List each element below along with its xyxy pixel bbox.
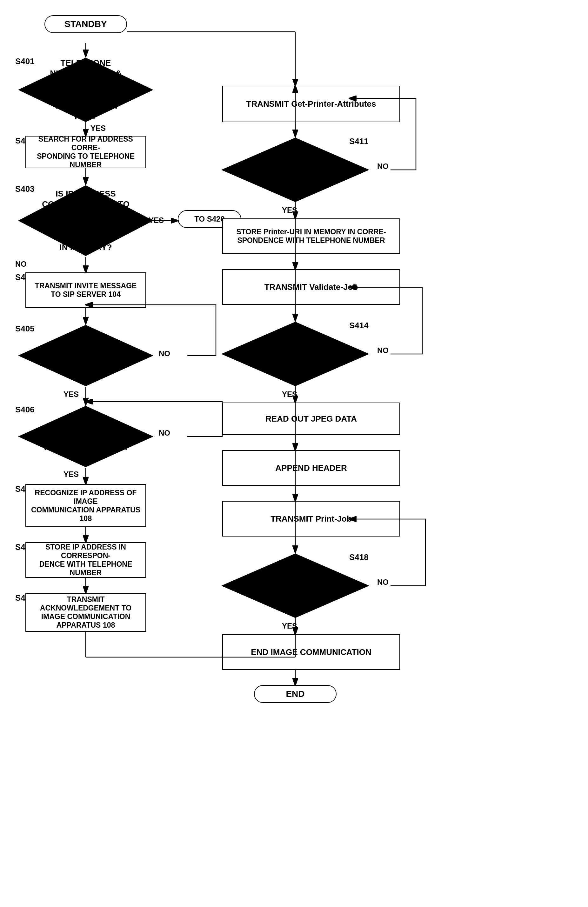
process-s404: TRANSMIT INVITE MESSAGETO SIP SERVER 104 bbox=[26, 272, 146, 308]
decision-s414: Validate-JobResponseRECEIVED? bbox=[219, 320, 372, 387]
yes-s405: YES bbox=[64, 390, 79, 399]
decision-s401: TELEPHONENUMBER INPUT &DEPRESSIONOF IMAG… bbox=[16, 56, 155, 123]
decision-s401-text: TELEPHONENUMBER INPUT &DEPRESSIONOF IMAG… bbox=[41, 58, 130, 122]
no-s403: NO bbox=[15, 260, 27, 269]
yes-s403: YES bbox=[149, 216, 164, 225]
decision-s405: "RINGING" RECEIVEDVIA SIP SERVER 104? bbox=[16, 324, 155, 387]
yes-s414: YES bbox=[282, 390, 297, 399]
process-s407: RECOGNIZE IP ADDRESS OF IMAGECOMMUNICATI… bbox=[26, 484, 146, 527]
process-s416: APPEND HEADER bbox=[222, 450, 400, 486]
yes-s406: YES bbox=[64, 470, 79, 479]
process-s415: READ OUT JPEG DATA bbox=[222, 402, 400, 435]
yes-s401: YES bbox=[90, 124, 106, 133]
decision-s403: IS IP ADDRESSCORRESPONDING TOTELEPHONE N… bbox=[16, 184, 155, 257]
decision-s411-text: Get-Printer-AttributesResponse RECEIVED? bbox=[243, 159, 348, 181]
decision-s406: "RESPONSE" RECEIVEDVIA SIP SERVER 104? bbox=[16, 405, 155, 468]
decision-s406-text: "RESPONSE" RECEIVEDVIA SIP SERVER 104? bbox=[41, 420, 130, 452]
no-s418: NO bbox=[377, 578, 389, 587]
process-s410: TRANSMIT Get-Printer-Attributes bbox=[222, 86, 400, 122]
process-s417: TRANSMIT Print-Job bbox=[222, 501, 400, 537]
process-s419: END IMAGE COMMUNICATION bbox=[222, 634, 400, 670]
end-terminal: END bbox=[254, 685, 336, 703]
decision-s418-text: Print-JobResponseRECEIVED? bbox=[246, 569, 344, 602]
process-s402: SEARCH FOR IP ADDRESS CORRE-SPONDING TO … bbox=[26, 136, 146, 168]
standby-terminal: STANDBY bbox=[45, 15, 127, 33]
process-s409: TRANSMIT ACKNOWLEDGEMENT TOIMAGE COMMUNI… bbox=[26, 593, 146, 632]
no-s406: NO bbox=[159, 429, 170, 437]
process-s412: STORE Printer-URI IN MEMORY IN CORRE-SPO… bbox=[222, 218, 400, 254]
no-s405: NO bbox=[159, 349, 170, 358]
decision-s411: Get-Printer-AttributesResponse RECEIVED? bbox=[219, 136, 372, 203]
decision-s405-text: "RINGING" RECEIVEDVIA SIP SERVER 104? bbox=[41, 345, 130, 366]
no-s414: NO bbox=[377, 346, 389, 355]
no-s411: NO bbox=[377, 162, 389, 171]
decision-s418: Print-JobResponseRECEIVED? bbox=[219, 552, 372, 619]
decision-s403-text: IS IP ADDRESSCORRESPONDING TOTELEPHONE N… bbox=[41, 189, 130, 253]
process-s408: STORE IP ADDRESS IN CORRESPON-DENCE WITH… bbox=[26, 542, 146, 578]
decision-s414-text: Validate-JobResponseRECEIVED? bbox=[246, 338, 344, 370]
flowchart-container: STANDBY S401 TELEPHONENUMBER INPUT &DEPR… bbox=[0, 0, 588, 907]
yes-s411: YES bbox=[282, 206, 297, 215]
yes-s418: YES bbox=[282, 622, 297, 630]
process-s413: TRANSMIT Validate-Job bbox=[222, 269, 400, 305]
